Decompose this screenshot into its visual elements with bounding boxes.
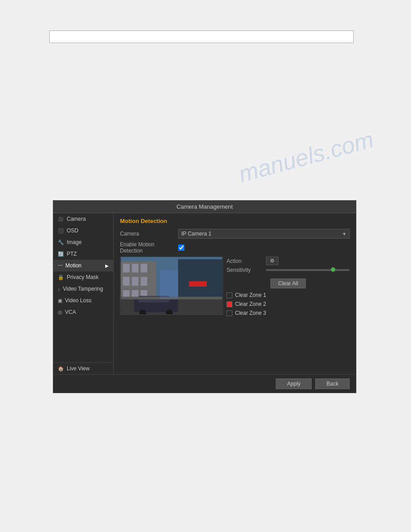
sidebar-label-camera: Camera xyxy=(67,216,86,222)
ptz-icon: 🔄 xyxy=(58,251,64,257)
sidebar-label-motion: Motion xyxy=(65,262,81,269)
privacy-mask-icon: 🔒 xyxy=(58,275,64,280)
osd-icon: ⬛ xyxy=(58,228,64,234)
dropdown-arrow-icon: ▼ xyxy=(342,232,347,236)
sidebar-label-video-loss: Video Loss xyxy=(65,297,91,304)
slider-fill xyxy=(266,269,333,271)
video-tampering-icon: ↓ xyxy=(58,286,60,292)
camera-management-dialog: Camera Management 🎥 Camera ⬛ OSD 🔧 Image xyxy=(53,200,356,393)
enable-motion-row: Enable Motion Detection xyxy=(120,241,350,254)
sidebar-label-ptz: PTZ xyxy=(67,251,77,257)
sidebar: 🎥 Camera ⬛ OSD 🔧 Image 🔄 PTZ xyxy=(53,213,114,374)
sidebar-label-vca: VCA xyxy=(65,309,76,315)
watermark-text: manuels.com xyxy=(235,126,376,188)
svg-rect-2 xyxy=(123,264,130,273)
slider-thumb xyxy=(331,267,335,272)
video-loss-icon: ▣ xyxy=(58,298,62,304)
sidebar-item-vca[interactable]: ◎ VCA xyxy=(53,306,113,318)
zone-3-label: Clear Zone 3 xyxy=(235,310,266,316)
sidebar-item-video-loss[interactable]: ▣ Video Loss xyxy=(53,295,113,306)
video-preview xyxy=(120,257,223,315)
sidebar-label-live-view: Live View xyxy=(67,365,90,372)
clear-all-button[interactable]: Clear All xyxy=(270,279,306,288)
top-input-bar[interactable] xyxy=(49,30,354,43)
svg-rect-6 xyxy=(132,277,138,286)
svg-rect-3 xyxy=(132,264,138,273)
sidebar-label-osd: OSD xyxy=(67,227,78,234)
dialog-footer: Apply Back xyxy=(53,374,356,393)
svg-rect-5 xyxy=(123,277,130,286)
apply-button[interactable]: Apply xyxy=(276,378,312,389)
zone-item-2: Clear Zone 2 xyxy=(227,300,350,308)
sidebar-live-view[interactable]: 🏠 Live View xyxy=(53,362,113,374)
svg-rect-7 xyxy=(141,277,147,286)
image-icon: 🔧 xyxy=(58,240,64,245)
camera-row: Camera IP Camera 1 ▼ xyxy=(120,229,350,239)
enable-motion-label: Enable Motion Detection xyxy=(120,241,178,254)
sidebar-item-motion[interactable]: 〰 Motion ▶ xyxy=(53,260,113,271)
zone-list: Clear Zone 1 Clear Zone 2 Clear Zone 3 xyxy=(227,291,350,317)
sidebar-item-privacy-mask[interactable]: 🔒 Privacy Mask xyxy=(53,271,113,283)
right-controls-panel: Action ⚙ Sensitivity xyxy=(227,257,350,317)
sensitivity-slider[interactable] xyxy=(266,269,350,271)
enable-motion-checkbox[interactable] xyxy=(178,245,184,251)
action-row: Action ⚙ xyxy=(227,257,350,265)
motion-icon: 〰 xyxy=(58,263,63,268)
zone-1-label: Clear Zone 1 xyxy=(235,292,266,298)
sidebar-item-image[interactable]: 🔧 Image xyxy=(53,236,113,248)
zone-item-3: Clear Zone 3 xyxy=(227,309,350,317)
zone-3-checkbox[interactable] xyxy=(227,310,232,316)
camera-value: IP Camera 1 xyxy=(181,231,211,237)
sidebar-label-privacy-mask: Privacy Mask xyxy=(67,274,98,280)
action-label: Action xyxy=(227,258,262,264)
camera-label: Camera xyxy=(120,231,178,237)
sidebar-label-video-tampering: Video Tampering xyxy=(63,286,103,292)
gear-icon: ⚙ xyxy=(270,258,274,264)
camera-dropdown[interactable]: IP Camera 1 ▼ xyxy=(178,229,350,239)
sidebar-label-image: Image xyxy=(67,239,81,245)
svg-rect-4 xyxy=(141,264,147,273)
zone-1-checkbox[interactable] xyxy=(227,292,232,298)
svg-rect-12 xyxy=(189,281,206,287)
svg-rect-19 xyxy=(160,270,178,299)
main-split: Action ⚙ Sensitivity xyxy=(120,257,350,317)
sensitivity-label: Sensitivity xyxy=(227,267,262,273)
dialog-title: Camera Management xyxy=(53,201,356,213)
sidebar-item-video-tampering[interactable]: ↓ Video Tampering xyxy=(53,283,113,295)
zone-2-checkbox[interactable] xyxy=(227,301,232,307)
sensitivity-row: Sensitivity xyxy=(227,267,350,273)
motion-arrow-icon: ▶ xyxy=(105,263,109,268)
section-title: Motion Detection xyxy=(120,218,350,224)
back-button[interactable]: Back xyxy=(315,378,350,389)
sidebar-item-ptz[interactable]: 🔄 PTZ xyxy=(53,248,113,260)
sidebar-item-camera[interactable]: 🎥 Camera xyxy=(53,213,113,225)
zone-2-label: Clear Zone 2 xyxy=(235,301,266,307)
vca-icon: ◎ xyxy=(58,309,62,315)
live-view-icon: 🏠 xyxy=(58,366,64,372)
enable-motion-checkbox-cell[interactable] xyxy=(178,245,184,251)
content-area: Motion Detection Camera IP Camera 1 ▼ En… xyxy=(114,213,356,374)
zone-item-1: Clear Zone 1 xyxy=(227,291,350,299)
camera-icon: 🎥 xyxy=(58,216,64,222)
action-button[interactable]: ⚙ xyxy=(266,257,278,265)
sidebar-item-osd[interactable]: ⬛ OSD xyxy=(53,225,113,236)
